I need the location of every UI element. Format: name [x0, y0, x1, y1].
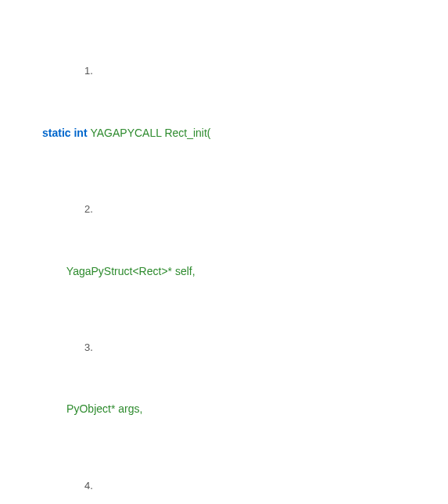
- code-line: 4.: [42, 463, 448, 504]
- code-text: YagaPyStruct<Rect>* self,: [42, 265, 195, 277]
- code-line: YagaPyStruct<Rect>* self,: [42, 264, 448, 280]
- code-listing: 1. static int YAGAPYCALL Rect_init( 2. Y…: [42, 3, 448, 504]
- code-text: YAGAPYCALL Rect_init(: [90, 127, 210, 139]
- line-number: 3.: [84, 341, 93, 355]
- code-text: PyObject* args,: [42, 402, 142, 415]
- code-line: 1.: [42, 49, 448, 95]
- code-line: PyObject* args,: [42, 402, 448, 417]
- code-line: 3.: [42, 325, 448, 371]
- line-number: 1.: [84, 64, 93, 78]
- code-line: static int YAGAPYCALL Rect_init(: [42, 126, 448, 141]
- line-number: 2.: [84, 202, 93, 216]
- line-number: 4.: [84, 479, 93, 493]
- code-line: 2.: [42, 188, 448, 234]
- keyword: static int: [42, 127, 90, 139]
